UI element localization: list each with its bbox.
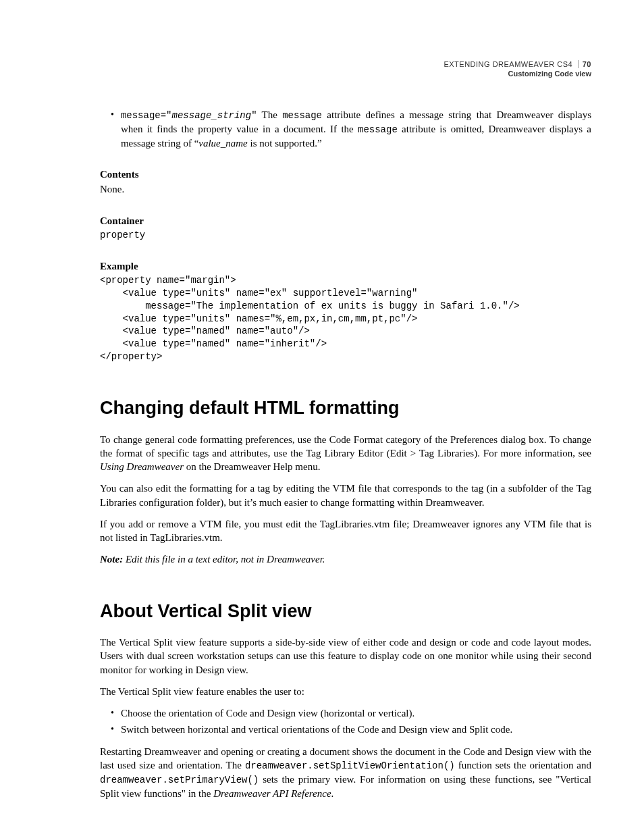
text: The xyxy=(257,109,283,120)
code-inline: " xyxy=(251,110,257,121)
code-inline-italic: message_string xyxy=(172,110,252,121)
bullet-dot-icon: • xyxy=(111,723,114,736)
note-label: Note: xyxy=(100,554,123,565)
bullet-message-attr: • message="message_string" The message a… xyxy=(100,108,591,150)
list-item: • Switch between horizontal and vertical… xyxy=(100,723,591,736)
example-code: <property name="margin"> <value type="un… xyxy=(100,274,591,363)
paragraph: To change general code formatting prefer… xyxy=(100,433,591,474)
text: is not supported.” xyxy=(248,138,322,149)
subhead-container: Container xyxy=(100,214,591,228)
subhead-contents: Contents xyxy=(100,167,591,181)
text: . xyxy=(331,788,334,799)
note: Note: Edit this file in a text editor, n… xyxy=(100,552,591,566)
bullet-dot-icon: • xyxy=(111,108,114,150)
code-inline: message xyxy=(358,124,398,135)
page-header: EXTENDING DREAMWEAVER CS4 70 Customizing… xyxy=(444,59,591,79)
text: function sets the orientation and xyxy=(455,760,591,771)
section-heading-about-vsv: About Vertical Split view xyxy=(100,599,591,623)
text: on the Dreamweaver Help menu. xyxy=(184,461,320,472)
code-inline: message xyxy=(282,110,322,121)
paragraph: If you add or remove a VTM file, you mus… xyxy=(100,517,591,545)
section-heading-changing: Changing default HTML formatting xyxy=(100,396,591,420)
header-subtitle: Customizing Code view xyxy=(444,69,591,78)
paragraph: The Vertical Split view feature enables … xyxy=(100,685,591,698)
bullet-dot-icon: • xyxy=(111,706,114,720)
bullet-text: message="message_string" The message att… xyxy=(121,108,591,150)
code-inline: message=" xyxy=(121,110,172,121)
italic-text: Dreamweaver API Reference xyxy=(213,788,331,799)
page-number: 70 xyxy=(578,60,591,68)
subhead-example: Example xyxy=(100,259,591,273)
text: To change general code formatting prefer… xyxy=(100,434,591,459)
paragraph: Restarting Dreamweaver and opening or cr… xyxy=(100,745,591,800)
italic-text: Using Dreamweaver xyxy=(100,461,184,472)
code-inline: dreamweaver.setSplitViewOrientation() xyxy=(245,760,455,771)
code-inline: dreamweaver.setPrimaryView() xyxy=(100,775,259,785)
container-value: property xyxy=(100,229,591,242)
header-title-line: EXTENDING DREAMWEAVER CS4 70 xyxy=(444,59,591,69)
paragraph: You can also edit the formatting for a t… xyxy=(100,481,591,509)
header-title: EXTENDING DREAMWEAVER CS4 xyxy=(444,60,572,68)
bullet-text: Switch between horizontal and vertical o… xyxy=(121,723,591,736)
list-item: • Choose the orientation of Code and Des… xyxy=(100,706,591,720)
contents-value: None. xyxy=(100,182,591,196)
page: EXTENDING DREAMWEAVER CS4 70 Customizing… xyxy=(0,0,644,834)
italic-text: value_name xyxy=(198,138,247,149)
bullet-text: Choose the orientation of Code and Desig… xyxy=(121,706,591,720)
content: • message="message_string" The message a… xyxy=(100,59,591,800)
note-text: Edit this file in a text editor, not in … xyxy=(123,554,325,565)
paragraph: The Vertical Split view feature supports… xyxy=(100,635,591,677)
